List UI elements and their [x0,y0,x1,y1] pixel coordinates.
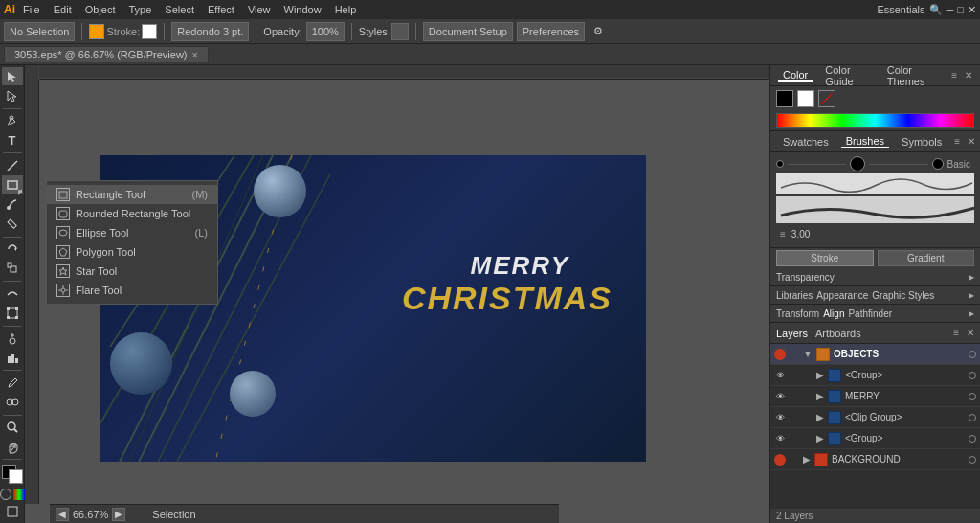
pathfinder-label[interactable]: Pathfinder [848,308,892,319]
menu-help[interactable]: Help [329,2,363,17]
pencil-tool[interactable] [2,215,23,233]
symbol-sprayer-tool[interactable] [2,330,23,348]
appearance-label[interactable]: Appearance [816,290,868,301]
document-tab-close[interactable]: × [192,49,198,60]
brush-dot-medium[interactable] [932,158,944,170]
column-graph-tool[interactable] [2,349,23,367]
gradient-button[interactable]: Gradient [878,250,975,266]
zoom-tool[interactable] [2,419,23,437]
group1-visibility[interactable]: 👁 [774,370,786,381]
graphic-styles-label[interactable]: Graphic Styles [872,290,934,301]
menu-object[interactable]: Object [79,2,122,17]
group2-target[interactable] [969,435,976,443]
rectangle-tool[interactable] [2,175,23,193]
zoom-out-button[interactable]: ◀ [56,508,69,521]
layer-row-clipgroup[interactable]: 👁 ▶ <Clip Group> [770,407,980,428]
flyout-star-tool[interactable]: Star Tool [47,262,217,281]
color-tab[interactable]: Color [778,69,813,82]
type-tool[interactable]: T [2,131,23,149]
stroke-color-swatch[interactable] [142,24,157,39]
menu-view[interactable]: View [242,2,277,17]
clipgroup-visibility[interactable]: 👁 [774,412,786,423]
clipgroup-expand[interactable]: ▶ [816,412,824,422]
screen-mode[interactable] [2,503,23,521]
color-panel-collapse[interactable]: ✕ [965,70,972,80]
flyout-rectangle-tool[interactable]: Rectangle Tool (M) [47,185,217,204]
brush-dot-large[interactable] [850,156,865,171]
brush-dot-small[interactable] [776,160,784,168]
fill-color-swatch[interactable] [89,24,104,39]
menu-edit[interactable]: Edit [48,2,78,17]
flyout-ellipse-tool[interactable]: Ellipse Tool (L) [47,223,217,242]
close-button[interactable]: ✕ [968,4,976,16]
brushes-tab[interactable]: Brushes [841,135,889,148]
flyout-flare-tool[interactable]: Flare Tool [47,281,217,300]
layers-panel-menu[interactable]: ≡ [953,328,959,338]
group2-visibility[interactable]: 👁 [774,433,786,444]
search-icon[interactable]: 🔍 [929,4,943,16]
document-tab[interactable]: 3053.eps* @ 66.67% (RGB/Preview) × [4,46,209,62]
black-swatch[interactable] [776,90,793,107]
minimize-button[interactable]: ─ [947,4,954,15]
merry-expand[interactable]: ▶ [816,391,824,401]
layers-panel-collapse[interactable]: ✕ [967,328,974,338]
rotate-tool[interactable] [2,239,23,258]
color-spectrum[interactable] [776,113,974,128]
workspace-selector[interactable]: Essentials [877,4,924,15]
hand-tool[interactable] [2,438,23,456]
appearance-panel-header[interactable]: Libraries Appearance Graphic Styles ▶ [770,286,980,304]
swatches-panel-menu[interactable]: ≡ [954,136,960,147]
font-selector[interactable]: Redondo 3 pt. [171,22,249,41]
group1-target[interactable] [969,372,976,379]
opacity-value[interactable]: 100% [306,22,345,41]
styles-swatch[interactable] [391,23,409,40]
layer-row-background[interactable]: ▶ BACKGROUND [770,449,980,470]
none-icon[interactable] [0,489,11,500]
artboards-tab[interactable]: Artboards [815,328,861,339]
clipgroup-target[interactable] [969,414,976,421]
toolbar-extra[interactable]: ⚙ [589,22,608,41]
menu-effect[interactable]: Effect [202,2,240,17]
direct-selection-tool[interactable] [2,86,23,104]
color-guide-tab[interactable]: Color Guide [820,64,874,87]
line-tool[interactable] [2,156,23,174]
layer-row-group2[interactable]: 👁 ▶ <Group> [770,428,980,449]
flyout-rounded-rectangle-tool[interactable]: Rounded Rectangle Tool [47,204,217,223]
color-themes-tab[interactable]: Color Themes [882,64,944,87]
selection-tool[interactable] [2,67,23,85]
objects-target[interactable] [969,351,976,358]
stroke-button[interactable]: Stroke [776,250,874,266]
menu-select[interactable]: Select [159,2,200,17]
maximize-button[interactable]: □ [957,4,964,15]
menu-type[interactable]: Type [123,2,158,17]
align-label[interactable]: Align [823,308,844,319]
swatches-tab[interactable]: Swatches [778,136,834,148]
objects-visibility[interactable] [774,349,786,360]
stroke-color[interactable] [9,469,23,484]
group2-expand[interactable]: ▶ [816,433,824,443]
objects-expand[interactable]: ▼ [803,349,813,359]
preferences-button[interactable]: Preferences [517,22,585,41]
none-swatch[interactable] [818,90,835,107]
transparency-panel-header[interactable]: Transparency ▶ [770,268,980,285]
gradient-icon[interactable] [13,489,25,500]
white-swatch[interactable] [797,90,814,107]
canvas-area[interactable]: MERRY CHRISTMAS Rectangle Tool (M) Round… [25,65,769,523]
eyedropper-tool[interactable] [2,374,23,392]
background-visibility[interactable] [774,454,786,466]
flyout-polygon-tool[interactable]: Polygon Tool [47,242,217,262]
swatches-panel-collapse[interactable]: ✕ [968,136,975,147]
background-target[interactable] [969,456,976,464]
layer-row-merry[interactable]: 👁 ▶ MERRY [770,386,980,407]
layers-tab[interactable]: Layers [776,328,808,339]
zoom-in-button[interactable]: ▶ [112,508,125,521]
paintbrush-tool[interactable] [2,195,23,214]
background-expand[interactable]: ▶ [803,454,811,465]
warp-tool[interactable] [2,284,23,303]
group1-expand[interactable]: ▶ [816,370,824,380]
layer-row-group1[interactable]: 👁 ▶ <Group> [770,365,980,386]
pen-tool[interactable] [2,112,23,130]
symbols-tab[interactable]: Symbols [897,136,947,148]
free-transform-tool[interactable] [2,304,23,322]
color-panel-menu[interactable]: ≡ [951,70,957,80]
